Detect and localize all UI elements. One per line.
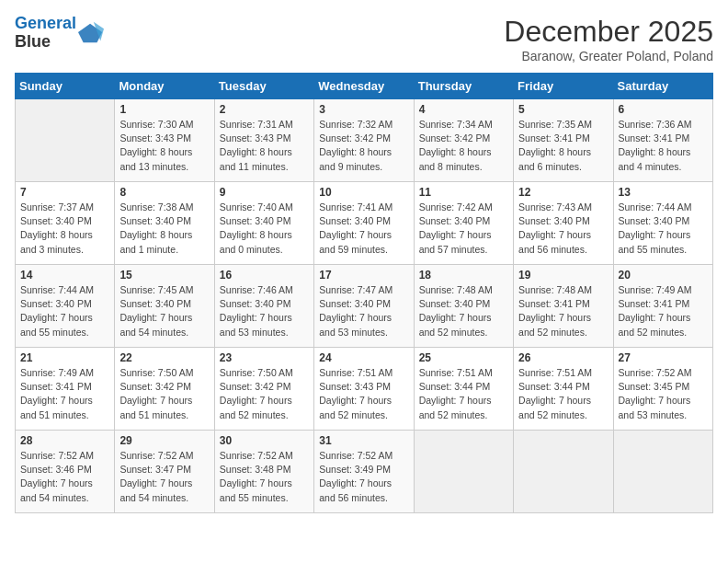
day-info: Sunrise: 7:34 AMSunset: 3:42 PMDaylight:… [419,118,508,174]
calendar-cell: 2Sunrise: 7:31 AMSunset: 3:43 PMDaylight… [214,99,313,182]
day-info: Sunrise: 7:44 AMSunset: 3:40 PMDaylight:… [20,283,109,339]
day-info: Sunrise: 7:36 AMSunset: 3:41 PMDaylight:… [619,118,708,174]
weekday-header-friday: Friday [514,74,613,99]
logo: GeneralBlue [15,15,104,52]
day-number: 14 [20,269,109,282]
calendar-cell: 22Sunrise: 7:50 AMSunset: 3:42 PMDayligh… [115,348,214,431]
day-info: Sunrise: 7:52 AMSunset: 3:45 PMDaylight:… [619,366,708,422]
calendar-cell: 31Sunrise: 7:52 AMSunset: 3:49 PMDayligh… [314,431,414,513]
day-number: 7 [20,186,109,199]
day-number: 22 [119,351,209,364]
day-info: Sunrise: 7:52 AMSunset: 3:48 PMDaylight:… [220,449,309,505]
day-number: 16 [220,269,309,282]
day-number: 15 [119,269,209,282]
day-number: 5 [518,103,608,116]
day-number: 1 [119,103,209,116]
calendar-cell: 29Sunrise: 7:52 AMSunset: 3:47 PMDayligh… [115,431,214,513]
calendar-cell: 19Sunrise: 7:48 AMSunset: 3:41 PMDayligh… [514,265,613,348]
day-number: 10 [319,186,408,199]
calendar-cell: 20Sunrise: 7:49 AMSunset: 3:41 PMDayligh… [613,265,712,348]
calendar-cell: 30Sunrise: 7:52 AMSunset: 3:48 PMDayligh… [214,431,313,513]
calendar-cell: 13Sunrise: 7:44 AMSunset: 3:40 PMDayligh… [613,182,712,265]
day-number: 6 [619,103,708,116]
calendar-cell: 15Sunrise: 7:45 AMSunset: 3:40 PMDayligh… [115,265,214,348]
day-info: Sunrise: 7:31 AMSunset: 3:43 PMDaylight:… [220,118,309,174]
calendar-week-5: 28Sunrise: 7:52 AMSunset: 3:46 PMDayligh… [16,431,713,513]
day-info: Sunrise: 7:52 AMSunset: 3:46 PMDaylight:… [20,449,109,505]
day-info: Sunrise: 7:30 AMSunset: 3:43 PMDaylight:… [119,118,209,174]
day-info: Sunrise: 7:44 AMSunset: 3:40 PMDaylight:… [619,201,708,257]
calendar-week-2: 7Sunrise: 7:37 AMSunset: 3:40 PMDaylight… [16,182,713,265]
day-number: 11 [419,186,508,199]
header: GeneralBlue December 2025 Baranow, Great… [15,15,713,63]
day-info: Sunrise: 7:40 AMSunset: 3:40 PMDaylight:… [220,201,309,257]
day-info: Sunrise: 7:52 AMSunset: 3:49 PMDaylight:… [319,449,408,505]
header-row: SundayMondayTuesdayWednesdayThursdayFrid… [16,74,713,99]
day-number: 18 [419,269,508,282]
day-number: 27 [619,351,708,364]
day-number: 19 [518,269,608,282]
logo-text: GeneralBlue [15,15,76,52]
calendar-table: SundayMondayTuesdayWednesdayThursdayFrid… [15,73,713,513]
calendar-cell: 24Sunrise: 7:51 AMSunset: 3:43 PMDayligh… [314,348,414,431]
day-info: Sunrise: 7:48 AMSunset: 3:41 PMDaylight:… [518,283,608,339]
day-info: Sunrise: 7:48 AMSunset: 3:40 PMDaylight:… [419,283,508,339]
day-info: Sunrise: 7:50 AMSunset: 3:42 PMDaylight:… [220,366,309,422]
day-number: 9 [220,186,309,199]
weekday-header-sunday: Sunday [16,74,115,99]
day-number: 12 [518,186,608,199]
calendar-cell: 6Sunrise: 7:36 AMSunset: 3:41 PMDaylight… [613,99,712,182]
day-number: 23 [220,351,309,364]
day-info: Sunrise: 7:51 AMSunset: 3:44 PMDaylight:… [419,366,508,422]
calendar-cell: 5Sunrise: 7:35 AMSunset: 3:41 PMDaylight… [514,99,613,182]
calendar-cell: 27Sunrise: 7:52 AMSunset: 3:45 PMDayligh… [613,348,712,431]
calendar-cell: 4Sunrise: 7:34 AMSunset: 3:42 PMDaylight… [414,99,513,182]
day-info: Sunrise: 7:38 AMSunset: 3:40 PMDaylight:… [119,201,209,257]
calendar-cell: 28Sunrise: 7:52 AMSunset: 3:46 PMDayligh… [16,431,115,513]
day-number: 20 [619,269,708,282]
calendar-cell: 21Sunrise: 7:49 AMSunset: 3:41 PMDayligh… [16,348,115,431]
calendar-cell [414,431,513,513]
calendar-cell: 16Sunrise: 7:46 AMSunset: 3:40 PMDayligh… [214,265,313,348]
day-info: Sunrise: 7:46 AMSunset: 3:40 PMDaylight:… [220,283,309,339]
day-info: Sunrise: 7:42 AMSunset: 3:40 PMDaylight:… [419,201,508,257]
logo-icon [78,20,104,46]
calendar-cell: 14Sunrise: 7:44 AMSunset: 3:40 PMDayligh… [16,265,115,348]
day-info: Sunrise: 7:41 AMSunset: 3:40 PMDaylight:… [319,201,408,257]
calendar-cell: 9Sunrise: 7:40 AMSunset: 3:40 PMDaylight… [214,182,313,265]
calendar-cell [514,431,613,513]
calendar-cell: 3Sunrise: 7:32 AMSunset: 3:42 PMDaylight… [314,99,414,182]
day-info: Sunrise: 7:32 AMSunset: 3:42 PMDaylight:… [319,118,408,174]
weekday-header-saturday: Saturday [613,74,712,99]
calendar-cell [613,431,712,513]
day-info: Sunrise: 7:50 AMSunset: 3:42 PMDaylight:… [119,366,209,422]
calendar-cell: 7Sunrise: 7:37 AMSunset: 3:40 PMDaylight… [16,182,115,265]
calendar-cell: 12Sunrise: 7:43 AMSunset: 3:40 PMDayligh… [514,182,613,265]
day-number: 13 [619,186,708,199]
day-number: 30 [220,434,309,447]
calendar-cell: 23Sunrise: 7:50 AMSunset: 3:42 PMDayligh… [214,348,313,431]
day-number: 24 [319,351,408,364]
calendar-cell: 1Sunrise: 7:30 AMSunset: 3:43 PMDaylight… [115,99,214,182]
day-info: Sunrise: 7:52 AMSunset: 3:47 PMDaylight:… [119,449,209,505]
day-info: Sunrise: 7:51 AMSunset: 3:44 PMDaylight:… [518,366,608,422]
calendar-week-3: 14Sunrise: 7:44 AMSunset: 3:40 PMDayligh… [16,265,713,348]
day-number: 17 [319,269,408,282]
day-info: Sunrise: 7:51 AMSunset: 3:43 PMDaylight:… [319,366,408,422]
weekday-header-wednesday: Wednesday [314,74,414,99]
day-info: Sunrise: 7:49 AMSunset: 3:41 PMDaylight:… [20,366,109,422]
day-info: Sunrise: 7:49 AMSunset: 3:41 PMDaylight:… [619,283,708,339]
calendar-cell: 10Sunrise: 7:41 AMSunset: 3:40 PMDayligh… [314,182,414,265]
day-number: 3 [319,103,408,116]
day-number: 25 [419,351,508,364]
weekday-header-thursday: Thursday [414,74,513,99]
day-number: 8 [119,186,209,199]
day-info: Sunrise: 7:37 AMSunset: 3:40 PMDaylight:… [20,201,109,257]
calendar-cell: 11Sunrise: 7:42 AMSunset: 3:40 PMDayligh… [414,182,513,265]
calendar-cell: 18Sunrise: 7:48 AMSunset: 3:40 PMDayligh… [414,265,513,348]
title-area: December 2025 Baranow, Greater Poland, P… [504,15,713,63]
day-info: Sunrise: 7:47 AMSunset: 3:40 PMDaylight:… [319,283,408,339]
location-title: Baranow, Greater Poland, Poland [504,49,713,63]
day-number: 31 [319,434,408,447]
day-number: 28 [20,434,109,447]
